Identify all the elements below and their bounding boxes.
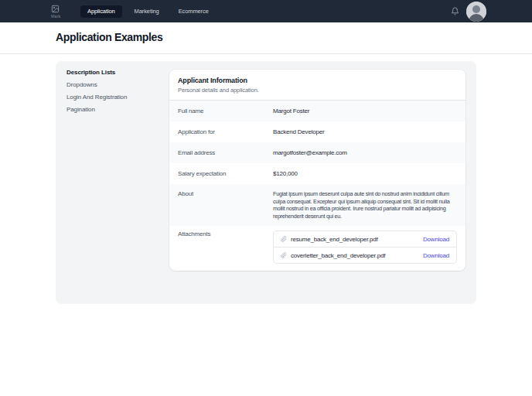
row-application-for: Application for Backend Developer: [169, 121, 466, 142]
attachment-filename: resume_back_end_developer.pdf: [291, 236, 423, 243]
top-navbar: Mark Application Marketing Ecommerce: [0, 0, 532, 22]
row-value: margotfoster@example.com: [273, 149, 457, 156]
card-subtitle: Personal details and application.: [178, 87, 457, 94]
user-avatar[interactable]: [466, 2, 486, 22]
logo-alt-text: Mark: [51, 14, 60, 19]
broken-image-icon: [51, 5, 60, 13]
row-label: Salary expectation: [178, 170, 273, 177]
card-header: Applicant Information Personal details a…: [169, 70, 466, 101]
page-title: Application Examples: [56, 31, 476, 43]
card-title: Applicant Information: [178, 77, 457, 84]
nav-item-ecommerce[interactable]: Ecommerce: [172, 5, 216, 18]
attachment-filename: coverletter_back_end_developer.pdf: [291, 252, 423, 259]
applicant-information-card: Applicant Information Personal details a…: [169, 70, 466, 271]
sidebar-item-pagination[interactable]: Pagination: [66, 106, 169, 113]
nav-item-marketing[interactable]: Marketing: [128, 5, 166, 18]
primary-nav: Application Marketing Ecommerce: [80, 5, 216, 18]
row-label: Application for: [178, 128, 273, 135]
row-salary-expectation: Salary expectation $120,000: [169, 163, 466, 184]
row-label: Attachments: [178, 230, 273, 264]
bell-icon[interactable]: [451, 7, 459, 15]
page-header: Application Examples: [0, 22, 532, 54]
attachment-list: resume_back_end_developer.pdf Download c…: [273, 230, 457, 264]
paperclip-icon: [281, 252, 287, 258]
attachment-coverletter: coverletter_back_end_developer.pdf Downl…: [274, 247, 456, 263]
company-logo[interactable]: Mark: [51, 5, 63, 19]
download-link[interactable]: Download: [423, 252, 449, 259]
row-value: $120,000: [273, 170, 457, 177]
sidebar-item-dropdowns[interactable]: Dropdowns: [66, 81, 169, 88]
row-label: Email address: [178, 149, 273, 156]
row-about: About Fugiat ipsum ipsum deserunt culpa …: [169, 184, 466, 226]
navbar-right: [451, 2, 486, 22]
row-value: Fugiat ipsum ipsum deserunt culpa aute s…: [273, 190, 457, 220]
row-attachments: Attachments resume_back_end_developer.pd…: [169, 226, 466, 271]
sidebar-item-login-and-registration[interactable]: Login And Registration: [66, 94, 169, 101]
nav-item-application[interactable]: Application: [80, 5, 122, 18]
row-value: Margot Foster: [273, 108, 457, 114]
sidebar-item-description-lists[interactable]: Description Lists: [66, 69, 169, 76]
paperclip-icon: [281, 236, 287, 242]
row-label: About: [178, 190, 273, 220]
demo-container: Description Lists Dropdowns Login And Re…: [56, 61, 476, 304]
example-sidebar: Description Lists Dropdowns Login And Re…: [56, 61, 169, 304]
row-full-name: Full name Margot Foster: [169, 101, 466, 121]
row-label: Full name: [178, 108, 273, 114]
main-content: Description Lists Dropdowns Login And Re…: [0, 54, 532, 304]
attachment-resume: resume_back_end_developer.pdf Download: [274, 231, 456, 247]
download-link[interactable]: Download: [423, 236, 449, 243]
row-email-address: Email address margotfoster@example.com: [169, 142, 466, 163]
description-list: Full name Margot Foster Application for …: [169, 101, 466, 271]
row-value: Backend Developer: [273, 128, 457, 135]
